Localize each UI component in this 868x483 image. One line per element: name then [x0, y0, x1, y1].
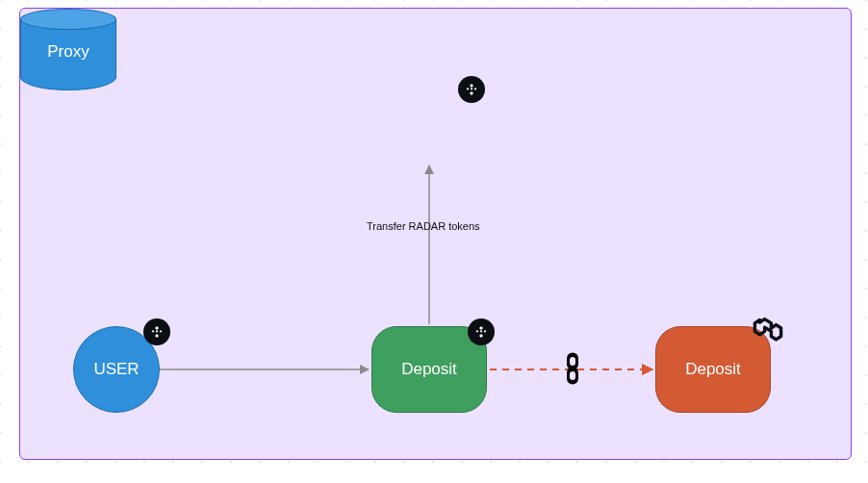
svg-rect-1: [570, 357, 575, 366]
node-proxy-label: Proxy: [47, 42, 89, 62]
polygon-icon: [752, 315, 784, 342]
bnb-icon: [143, 318, 170, 345]
svg-rect-3: [570, 371, 575, 380]
node-deposit-red-label: Deposit: [685, 360, 741, 379]
node-deposit-green-label: Deposit: [401, 360, 457, 379]
chain-link-icon: [555, 351, 590, 386]
node-proxy[interactable]: Proxy: [20, 9, 116, 90]
bnb-icon: [468, 318, 495, 345]
diagram-frame: Deposit Proxy USER Deposit: [19, 8, 852, 460]
edge-label-transfer: Transfer RADAR tokens: [367, 220, 480, 232]
node-user-label: USER: [93, 360, 139, 379]
bnb-icon: [458, 76, 485, 103]
